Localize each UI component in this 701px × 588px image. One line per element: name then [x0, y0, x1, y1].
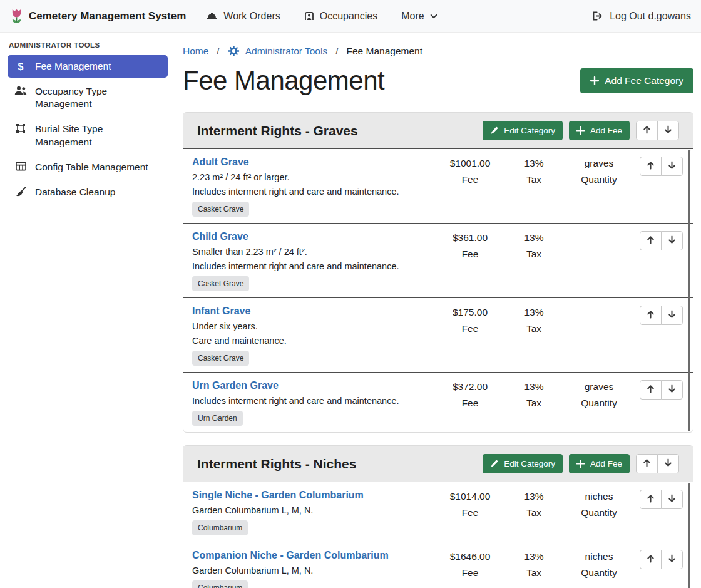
fee-name-link[interactable]: Infant Grave	[192, 306, 250, 317]
move-down-button[interactable]	[661, 306, 683, 325]
move-down-button[interactable]	[657, 121, 679, 140]
scrollbar[interactable]	[688, 483, 690, 588]
move-up-button[interactable]	[640, 306, 662, 325]
fee-row: Urn Garden Grave Includes interment righ…	[183, 372, 693, 432]
hard-hat-icon	[206, 11, 218, 21]
fee-amount: $1014.00	[439, 491, 501, 502]
add-fee-label: Add Fee	[590, 126, 622, 135]
add-fee-button[interactable]: Add Fee	[569, 121, 630, 140]
fee-type-badge: Casket Grave	[192, 276, 249, 291]
fee-row: Adult Grave 2.23 m² / 24 ft² or larger. …	[183, 149, 693, 223]
fee-name-link[interactable]: Companion Niche - Garden Columbarium	[192, 550, 389, 561]
category-reorder-stepper	[636, 121, 679, 140]
move-up-button[interactable]	[640, 490, 662, 509]
move-up-button[interactable]	[636, 121, 658, 140]
sidebar-item-occupancy-type-management[interactable]: Occupancy Type Management	[8, 80, 168, 115]
fee-name-link[interactable]: Child Grave	[192, 231, 248, 242]
move-down-button[interactable]	[661, 231, 683, 250]
tax-value: 13%	[501, 307, 566, 318]
fee-name-link[interactable]: Urn Garden Grave	[192, 380, 279, 391]
category-reorder-stepper	[636, 454, 679, 473]
tax-value: 13%	[501, 158, 566, 169]
add-fee-category-button[interactable]: Add Fee Category	[580, 68, 693, 93]
person-shelter-icon	[304, 11, 314, 21]
move-down-button[interactable]	[661, 157, 683, 176]
logout-icon	[592, 11, 604, 21]
sidebar-item-config-table-management[interactable]: Config Table Management	[8, 156, 168, 178]
vector-square-icon	[14, 123, 28, 133]
add-fee-button[interactable]: Add Fee	[569, 454, 630, 473]
fee-reorder-actions	[640, 231, 693, 250]
fee-reorder-actions	[640, 306, 693, 325]
fee-type-badge: Casket Grave	[192, 202, 249, 217]
dollar-icon: $	[14, 61, 28, 73]
move-down-button[interactable]	[661, 380, 683, 400]
arrow-down-icon	[668, 235, 676, 246]
fee-type-badge: Columbarium	[192, 580, 248, 588]
fee-name-link[interactable]: Single Niche - Garden Columbarium	[192, 490, 364, 501]
fee-info: Infant Grave Under six years. Care and m…	[192, 306, 439, 366]
sidebar-item-label: Occupancy Type Management	[35, 85, 161, 110]
move-up-button[interactable]	[640, 550, 662, 569]
quantity-label: Quantity	[566, 398, 632, 409]
fee-amount: $1646.00	[439, 551, 501, 562]
breadcrumb-separator: /	[217, 46, 219, 57]
fee-amount-column: $1646.00 Fee	[439, 550, 501, 579]
arrow-up-icon	[647, 554, 655, 565]
fee-type-badge: Urn Garden	[192, 411, 243, 426]
edit-category-button[interactable]: Edit Category	[483, 454, 563, 473]
move-up-button[interactable]	[640, 231, 662, 250]
sidebar-item-database-cleanup[interactable]: Database Cleanup	[8, 181, 168, 204]
sidebar-item-burial-site-type-management[interactable]: Burial Site Type Management	[8, 118, 168, 153]
breadcrumb-administrator-tools[interactable]: Administrator Tools	[228, 45, 328, 57]
edit-category-button[interactable]: Edit Category	[483, 121, 563, 140]
move-up-button[interactable]	[636, 454, 658, 473]
fee-info: Single Niche - Garden Columbarium Garden…	[192, 490, 439, 535]
move-down-button[interactable]	[661, 490, 683, 509]
page-title: Fee Management	[183, 66, 384, 96]
fee-type-badge: Columbarium	[192, 520, 248, 535]
add-fee-label: Add Fee	[590, 459, 622, 468]
nav-occupancies[interactable]: Occupancies	[304, 11, 378, 22]
plus-icon	[576, 460, 585, 468]
fee-amount: $372.00	[439, 381, 501, 393]
logout-label: Log Out d.gowans	[610, 11, 691, 22]
quantity-column: niches Quantity	[566, 550, 632, 579]
sidebar-item-fee-management[interactable]: $ Fee Management	[8, 55, 168, 78]
page-header: Fee Management Add Fee Category	[183, 66, 693, 96]
add-fee-category-label: Add Fee Category	[605, 75, 683, 86]
fee-label: Fee	[439, 249, 501, 260]
tax-column: 13% Tax	[501, 490, 566, 518]
move-down-button[interactable]	[657, 454, 679, 473]
fee-label: Fee	[439, 398, 501, 409]
fee-amount: $1001.00	[439, 158, 501, 169]
edit-category-label: Edit Category	[504, 126, 555, 135]
app-brand: Cemetery Management System	[10, 8, 186, 24]
category-card-graves: Interment Rights - Graves Edit Category …	[183, 112, 693, 433]
move-down-button[interactable]	[661, 550, 683, 569]
fee-name-link[interactable]: Adult Grave	[192, 157, 249, 168]
logout-link[interactable]: Log Out d.gowans	[592, 11, 691, 22]
quantity-value: niches	[566, 551, 632, 562]
quantity-value: graves	[566, 381, 632, 393]
fee-amount: $175.00	[439, 307, 501, 318]
tax-value: 13%	[501, 232, 566, 244]
nav-more[interactable]: More	[401, 11, 437, 22]
breadcrumb-separator: /	[335, 46, 338, 57]
tax-column: 13% Tax	[501, 380, 566, 409]
move-up-button[interactable]	[640, 157, 662, 176]
move-up-button[interactable]	[640, 380, 662, 400]
fee-description: Smaller than 2.23 m² / 24 ft².	[192, 247, 432, 257]
tax-column: 13% Tax	[501, 157, 566, 185]
category-header: Interment Rights - Niches Edit Category …	[183, 446, 693, 482]
fee-description: Includes interment right and care and ma…	[192, 396, 432, 406]
broom-icon	[14, 187, 28, 197]
tax-value: 13%	[501, 551, 566, 562]
scrollbar[interactable]	[688, 150, 690, 431]
fee-description: Includes interment right and care and ma…	[192, 261, 432, 271]
fee-label: Fee	[439, 174, 501, 185]
tax-label: Tax	[501, 174, 566, 185]
breadcrumb-home[interactable]: Home	[183, 46, 208, 57]
fee-description: Garden Columbarium L, M, N.	[192, 565, 432, 575]
nav-work-orders[interactable]: Work Orders	[206, 11, 280, 22]
